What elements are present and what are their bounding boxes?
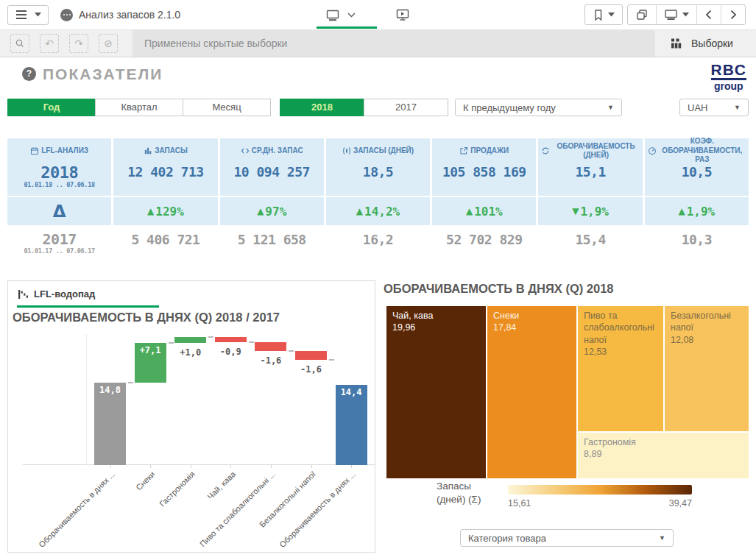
year-button-2018[interactable]: 2018 (280, 99, 364, 116)
avg-stock-icon (241, 146, 250, 155)
waterfall-plot: 14,8+7,1+1,0-0,9-1,6-1,614,4 (23, 334, 375, 465)
selection-search-button[interactable] (10, 34, 29, 53)
period-button-Квартал[interactable]: Квартал (95, 99, 183, 116)
kpi-column-2: ЗАПАСЫ12 402 713▲129%5 406 721 (113, 138, 217, 266)
kpi-prev-value: 52 702 829 (432, 232, 536, 247)
undo-selection-button[interactable]: ↶ (40, 34, 59, 53)
kpi-header: ЗАПАСЫ (113, 138, 217, 162)
period-button-Год[interactable]: Год (7, 99, 96, 116)
connector-tick (128, 382, 133, 383)
prev-sheet-button[interactable] (696, 5, 721, 24)
currency-dropdown[interactable]: UAH ▼ (679, 99, 749, 116)
kpi-delta: ▲101% (432, 196, 536, 225)
kpi-header-label: СР.ДН. ЗАПАС (252, 146, 303, 156)
stock-days-icon (342, 146, 351, 155)
waterfall-xlabels: Оборачиваемость в днях ...СнекиГастроном… (23, 465, 375, 553)
app-identity[interactable]: Анализ запасов 2.1.0 (60, 9, 180, 21)
sheet-list-button[interactable] (656, 5, 696, 24)
caret-down-icon: ▼ (607, 104, 614, 111)
selection-search-icon (14, 38, 26, 49)
tab-lfl-waterfall[interactable]: LFL-водопад (18, 288, 95, 300)
waterfall-bar[interactable] (174, 337, 206, 343)
waterfall-bar[interactable] (215, 337, 247, 342)
kpi-value-daterange: 01.01.18 .. 07.06.18 (7, 181, 111, 188)
triangle-down-icon: ▼ (572, 206, 579, 216)
kpi-header-label: ПРОДАЖИ (470, 146, 509, 156)
kpi-header: КОЭФ. ОБОРАЧИВАЕМОСТИ, РАЗ (645, 138, 749, 162)
treemap-block-name: Безалкогольні напої (671, 310, 743, 334)
page-title: ПОКАЗАТЕЛИ (43, 65, 163, 83)
kpi-delta-value: 1,9% (580, 205, 609, 219)
connector-tick (329, 359, 334, 361)
waterfall-bar[interactable] (255, 342, 286, 351)
x-axis-label[interactable]: Оборачиваемость в днях ... (278, 469, 357, 549)
chevron-right-icon (729, 10, 738, 20)
bookmarks-button[interactable] (584, 4, 623, 25)
kpi-value: 12 402 713 (113, 164, 217, 180)
kpi-prev-cell: 52 702 829 (432, 225, 536, 266)
story-mode-button[interactable] (395, 8, 410, 21)
comparison-dropdown[interactable]: К предыдущему году ▼ (455, 99, 622, 116)
bar-value-label: +7,1 (135, 345, 166, 355)
legend-max-value: 39,47 (633, 498, 692, 508)
tab-label: LFL-водопад (34, 288, 95, 300)
selections-grid-icon (669, 38, 682, 49)
treemap-block-2[interactable]: Снеки17,84 (487, 306, 576, 478)
treemap-block-3[interactable]: Пиво та слабоалкогольні напої12,53 (578, 306, 663, 431)
redo-selection-button[interactable]: ↷ (69, 34, 88, 53)
legend-gradient-bar (508, 485, 692, 495)
bar-value-label: 14,8 (94, 385, 126, 395)
category-filter-dropdown[interactable]: Категория товара ▼ (460, 529, 674, 547)
kpi-grid: LFL-АНАЛИЗ201801.01.18 .. 07.06.18Δ20170… (7, 138, 749, 266)
bar-value-label: -1,6 (255, 355, 286, 366)
redo-selection-icon: ↷ (74, 38, 83, 49)
kpi-delta-value: 101% (474, 205, 503, 219)
undo-selection-icon: ↶ (45, 38, 54, 49)
sheet-nav-group (627, 4, 746, 25)
kpi-delta: ▲14,2% (326, 196, 430, 225)
active-sheet-underline (317, 26, 377, 29)
kpi-column-6: ОБОРАЧИВАЕМОСТЬ (ДНЕЙ)15,1▼1,9%15,4 (538, 138, 642, 266)
treemap-block-1[interactable]: Чай, кава19,96 (386, 306, 486, 478)
kpi-prev-daterange: 01.01.17 .. 07.06.17 (7, 247, 111, 255)
kpi-prev-value: 5 406 721 (113, 232, 217, 247)
x-axis-label[interactable]: Снеки (134, 469, 156, 492)
sheet-icon (664, 9, 678, 21)
caret-down-icon (35, 13, 41, 17)
treemap-block-4[interactable]: Безалкогольні напої12,08 (665, 306, 749, 431)
sales-icon (459, 146, 468, 155)
chevron-down-icon (347, 13, 356, 18)
kpi-header: ОБОРАЧИВАЕМОСТЬ (ДНЕЙ) (538, 138, 642, 162)
sheet-selector[interactable] (315, 0, 366, 29)
year-button-2017[interactable]: 2017 (364, 99, 448, 116)
triangle-up-icon: ▲ (678, 206, 685, 216)
kpi-value-cell: 105 858 169 (432, 162, 536, 196)
kpi-prev-cell: 16,2 (326, 225, 430, 266)
kpi-delta-value: 97% (265, 205, 286, 219)
kpi-delta: ▲129% (113, 196, 217, 225)
selections-panel-button[interactable]: Выборки (654, 30, 756, 57)
kpi-prev-value: 10,3 (645, 232, 749, 247)
clear-selections-button[interactable]: ⊘ (99, 34, 118, 53)
treemap-block-value: 8,89 (584, 448, 743, 460)
delta-symbol: Δ (53, 202, 66, 221)
treemap-title: ОБОРАЧИВАЕМОСТЬ В ДНЯХ (Q) 2018 (384, 282, 614, 296)
x-axis-label[interactable]: Оборачиваемость в днях ... (37, 469, 116, 549)
kpi-value-cell: 201801.01.18 .. 07.06.18 (7, 162, 111, 196)
x-axis-label[interactable]: Гастрономія (158, 469, 197, 508)
comparison-dropdown-value: К предыдущему году (463, 102, 556, 113)
kpi-header-label: КОЭФ. ОБОРАЧИВАЕМОСТИ, РАЗ (659, 137, 746, 165)
waterfall-icon (18, 289, 29, 300)
next-sheet-button[interactable] (721, 5, 745, 24)
filter-row: ГодКварталМесяц 20182017 К предыдущему г… (7, 99, 749, 116)
period-button-Месяц[interactable]: Месяц (183, 99, 271, 116)
treemap-block-5[interactable]: Гастрономія8,89 (578, 433, 749, 478)
duplicate-sheet-button[interactable] (628, 5, 656, 24)
chevron-left-icon (704, 10, 713, 20)
x-axis-label[interactable]: Чай, кава (205, 469, 237, 501)
main-menu-button[interactable] (7, 5, 49, 25)
waterfall-bar[interactable] (295, 351, 327, 360)
help-icon[interactable]: ? (22, 67, 36, 81)
kpi-delta: ▼1,9% (538, 196, 642, 225)
x-axis-label[interactable]: Пиво та слабоалкогольні ... (198, 469, 277, 548)
